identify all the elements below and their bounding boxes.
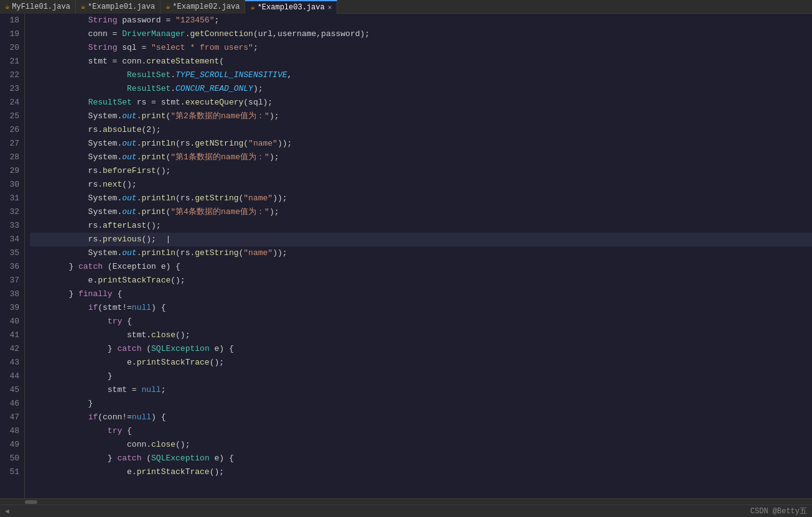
code-line-48: try { xyxy=(30,424,812,438)
code-line-37: e.printStackTrace(); xyxy=(30,274,812,287)
watermark: CSDN @Betty五 xyxy=(750,506,807,516)
code-line-28: System.out.print("第1条数据的name值为："); xyxy=(30,151,812,164)
java-file-icon: ☕ xyxy=(5,2,9,11)
editor: 18 19 20 21 22 23 24 25 26 27 28 29 30 3… xyxy=(0,14,812,505)
code-line-42: } catch (SQLException e) { xyxy=(30,342,812,356)
code-line-30: rs.next(); xyxy=(30,178,812,192)
scroll-left-indicator[interactable]: ◀ xyxy=(5,507,9,515)
code-area[interactable]: String password = "123456"; conn = Drive… xyxy=(25,14,812,498)
code-line-27: System.out.println(rs.getNString("name")… xyxy=(30,137,812,151)
code-line-45: stmt = null; xyxy=(30,383,812,397)
code-line-35: System.out.println(rs.getString("name"))… xyxy=(30,246,812,260)
code-line-22: ResultSet.TYPE_SCROLL_INSENSITIVE, xyxy=(30,68,812,82)
tab-bar: ☕ MyFile01.java ☕ *Example01.java ☕ *Exa… xyxy=(0,0,812,14)
code-line-29: rs.beforeFirst(); xyxy=(30,164,812,178)
code-line-47: if(conn!=null) { xyxy=(30,411,812,424)
code-line-26: rs.absolute(2); xyxy=(30,123,812,137)
tab-example03[interactable]: ☕ *Example03.java ✕ xyxy=(245,0,337,14)
code-line-24: ResultSet rs = stmt.executeQuery(sql); xyxy=(30,96,812,109)
code-line-18: String password = "123456"; xyxy=(30,14,812,27)
code-line-46: } xyxy=(30,397,812,411)
close-icon[interactable]: ✕ xyxy=(328,3,332,11)
code-line-20: String sql = "select * from users"; xyxy=(30,41,812,55)
code-line-44: } xyxy=(30,370,812,383)
code-line-40: try { xyxy=(30,315,812,328)
scroll-thumb-h[interactable] xyxy=(25,500,37,504)
code-line-19: conn = DriverManager.getConnection(url,u… xyxy=(30,27,812,41)
java-file-icon: ☕ xyxy=(250,2,254,12)
status-bar: ◀ CSDN @Betty五 xyxy=(0,505,812,517)
code-line-32: System.out.print("第4条数据的name值为："); xyxy=(30,205,812,219)
tab-example01[interactable]: ☕ *Example01.java xyxy=(76,0,161,14)
code-line-31: System.out.println(rs.getString("name"))… xyxy=(30,192,812,205)
tab-example02[interactable]: ☕ *Example02.java xyxy=(161,0,245,14)
code-line-23: ResultSet.CONCUR_READ_ONLY); xyxy=(30,82,812,96)
code-line-25: System.out.print("第2条数据的name值为："); xyxy=(30,109,812,123)
code-line-38: } finally { xyxy=(30,287,812,301)
code-line-21: stmt = conn.createStatement( xyxy=(30,55,812,68)
tab-myfile01[interactable]: ☕ MyFile01.java xyxy=(0,0,76,14)
code-line-51: e.printStackTrace(); xyxy=(30,465,812,479)
horizontal-scrollbar[interactable] xyxy=(0,498,812,505)
editor-content: 18 19 20 21 22 23 24 25 26 27 28 29 30 3… xyxy=(0,14,812,498)
code-line-41: stmt.close(); xyxy=(30,328,812,342)
code-line-49: conn.close(); xyxy=(30,438,812,452)
code-line-50: } catch (SQLException e) { xyxy=(30,452,812,465)
code-line-33: rs.afterLast(); xyxy=(30,219,812,233)
code-line-36: } catch (Exception e) { xyxy=(30,260,812,274)
code-line-39: if(stmt!=null) { xyxy=(30,301,812,315)
java-file-icon: ☕ xyxy=(166,2,170,11)
line-numbers: 18 19 20 21 22 23 24 25 26 27 28 29 30 3… xyxy=(0,14,25,498)
java-file-icon: ☕ xyxy=(81,2,85,11)
code-line-43: e.printStackTrace(); xyxy=(30,356,812,370)
code-line-34: rs.previous(); | xyxy=(30,233,812,246)
